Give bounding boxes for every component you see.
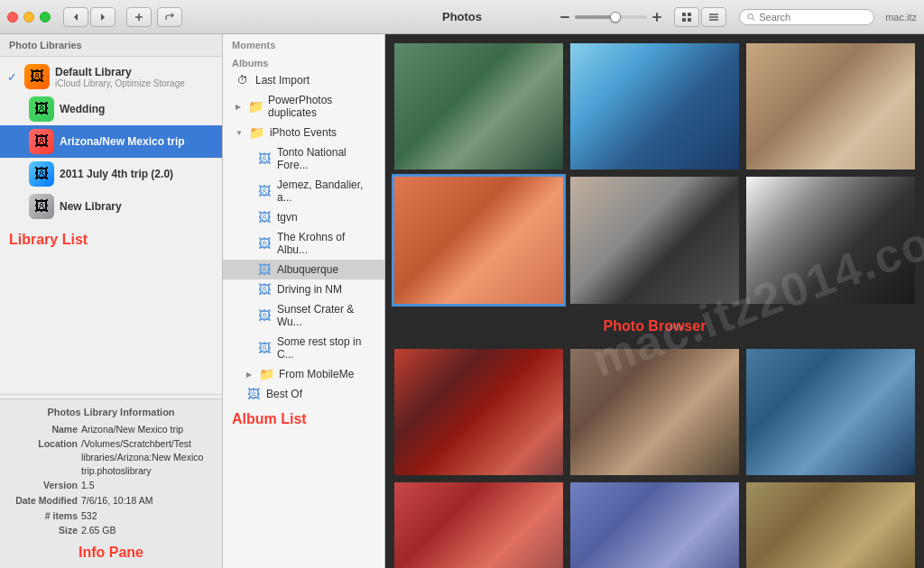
svg-point-14 <box>748 14 753 18</box>
library-item-default[interactable]: ✓ 🖼 Default Library iCloud Library, Opti… <box>0 60 222 93</box>
triangle-icon-mobileme: ▶ <box>246 371 252 379</box>
add-button[interactable] <box>126 7 152 27</box>
library-item-newlib[interactable]: 🖼 New Library <box>0 190 222 223</box>
photo-browser-label: Photo Browser <box>394 318 915 334</box>
album-item-jemez[interactable]: 🖼 Jemez, Bandalier, a... <box>223 175 384 207</box>
lib-icon-arizona: 🖼 <box>29 129 54 154</box>
album-label-sunset: Sunset Crater & Wu... <box>277 303 377 328</box>
title-bar: Photos mac.itz <box>0 0 924 34</box>
album-label-bestof: Best Of <box>266 388 302 400</box>
photo-icon-bestof: 🖼 <box>246 388 261 400</box>
svg-marker-1 <box>101 14 105 21</box>
album-item-krohns[interactable]: 🖼 The Krohns of Albu... <box>223 227 384 260</box>
photo-icon-driving: 🖼 <box>257 283 272 296</box>
checkmark-icon: ✓ <box>7 70 17 84</box>
lib-icon-wedding: 🖼 <box>29 96 54 122</box>
album-item-mobileme[interactable]: ▶ 📁 From MobileMe <box>223 364 384 384</box>
photo-cell-11[interactable] <box>570 482 739 568</box>
photo-cell-10[interactable] <box>394 482 563 568</box>
album-item-albuquerque[interactable]: 🖼 Albuquerque <box>223 260 384 279</box>
zoom-in-icon[interactable] <box>651 11 663 23</box>
share-button[interactable] <box>157 7 182 27</box>
svg-rect-4 <box>560 16 569 18</box>
info-row-version: Version 1.5 <box>9 479 213 492</box>
info-pane: Photos Library Information Name Arizona/… <box>0 399 222 569</box>
info-pane-title: Photos Library Information <box>9 407 213 417</box>
zoom-out-icon[interactable] <box>559 11 571 23</box>
lib-name-july4: 2011 July 4th trip (2.0) <box>60 168 215 180</box>
info-row-items: # items 532 <box>9 509 213 523</box>
photo-icon-sunset: 🖼 <box>257 309 272 322</box>
lib-icon-default: 🖼 <box>24 64 50 89</box>
main-content: Photo Libraries ✓ 🖼 Default Library iClo… <box>0 34 924 568</box>
photo-cell-8[interactable] <box>570 349 739 475</box>
photo-cell-2[interactable] <box>570 43 739 169</box>
sidebar: Photo Libraries ✓ 🖼 Default Library iClo… <box>0 34 223 568</box>
svg-rect-8 <box>688 13 691 16</box>
back-button[interactable] <box>63 7 88 27</box>
album-list-label: Album List <box>223 404 384 431</box>
moments-header: Moments <box>223 34 384 52</box>
photo-cell-6[interactable] <box>746 177 915 303</box>
zoom-slider[interactable] <box>575 15 647 19</box>
window-title: Photos <box>442 10 482 23</box>
photo-cell-3[interactable] <box>746 43 915 169</box>
view-thumbnail-button[interactable] <box>674 7 699 27</box>
library-item-wedding[interactable]: 🖼 Wedding <box>0 93 222 125</box>
library-item-july4[interactable]: 🖼 2011 July 4th trip (2.0) <box>0 158 222 190</box>
album-label-reststop: Some rest stop in C... <box>277 335 377 361</box>
album-item-bestof[interactable]: 🖼 Best Of <box>223 384 384 404</box>
traffic-lights <box>7 12 51 23</box>
minimize-button[interactable] <box>23 12 34 23</box>
album-item-tgvn[interactable]: 🖼 tgvn <box>223 207 384 227</box>
photo-cell-5[interactable] <box>570 177 739 303</box>
svg-rect-6 <box>656 13 658 22</box>
album-label-tonto: Tonto National Fore... <box>277 146 377 171</box>
photo-cell-12[interactable] <box>746 482 915 568</box>
svg-rect-10 <box>688 18 691 22</box>
folder-icon-iphoto: 📁 <box>250 126 264 139</box>
close-button[interactable] <box>7 12 18 23</box>
album-item-powerphotos[interactable]: ▶ 📁 PowerPhotos duplicates <box>223 90 384 123</box>
info-row-size: Size 2.65 GB <box>9 524 213 537</box>
photo-cell-7[interactable] <box>394 349 563 475</box>
zoom-slider-area <box>559 11 663 23</box>
photo-cell-1[interactable] <box>394 43 563 169</box>
lib-name-newlib: New Library <box>60 200 215 213</box>
album-label-driving: Driving in NM <box>277 283 342 296</box>
album-item-last-import[interactable]: ⏱ Last Import <box>223 70 384 90</box>
lib-icon-july4: 🖼 <box>29 161 54 187</box>
photo-icon-albuquerque: 🖼 <box>257 263 272 276</box>
album-label-jemez: Jemez, Bandalier, a... <box>277 179 377 204</box>
info-pane-label: Info Pane <box>9 545 213 561</box>
photo-grid: Photo Browser <box>394 43 915 568</box>
sidebar-divider <box>0 394 222 395</box>
library-item-arizona[interactable]: 🖼 Arizona/New Mexico trip <box>0 125 222 158</box>
triangle-icon: ▶ <box>236 103 241 111</box>
photo-icon-tgvn: 🖼 <box>257 211 272 224</box>
folder-icon-mobileme: 📁 <box>259 368 273 380</box>
album-label-krohns: The Krohns of Albu... <box>277 231 377 256</box>
photo-cell-4[interactable] <box>394 177 563 303</box>
search-input[interactable] <box>759 12 866 23</box>
album-item-driving[interactable]: 🖼 Driving in NM <box>223 279 384 299</box>
search-icon <box>747 13 755 22</box>
album-label-albuquerque: Albuquerque <box>277 263 338 276</box>
site-label: mac.itz <box>885 12 917 23</box>
lib-name-wedding: Wedding <box>60 103 215 115</box>
search-box[interactable] <box>739 9 874 25</box>
middle-panel: Moments Albums ⏱ Last Import ▶ 📁 PowerPh… <box>223 34 385 568</box>
album-item-sunset[interactable]: 🖼 Sunset Crater & Wu... <box>223 299 384 332</box>
view-list-button[interactable] <box>701 7 726 27</box>
album-item-reststop[interactable]: 🖼 Some rest stop in C... <box>223 332 384 364</box>
photo-cell-9[interactable] <box>746 349 915 475</box>
lib-name-default: Default Library <box>55 66 215 78</box>
photo-browser: mac.itz2014.co Photo Browser <box>385 34 924 568</box>
album-item-tonto[interactable]: 🖼 Tonto National Fore... <box>223 142 384 175</box>
maximize-button[interactable] <box>40 12 51 23</box>
album-item-iphoto-events[interactable]: ▼ 📁 iPhoto Events <box>223 123 384 142</box>
clock-icon: ⏱ <box>236 74 250 87</box>
forward-button[interactable] <box>90 7 116 27</box>
svg-line-15 <box>753 18 754 20</box>
lib-icon-newlib: 🖼 <box>29 194 54 219</box>
